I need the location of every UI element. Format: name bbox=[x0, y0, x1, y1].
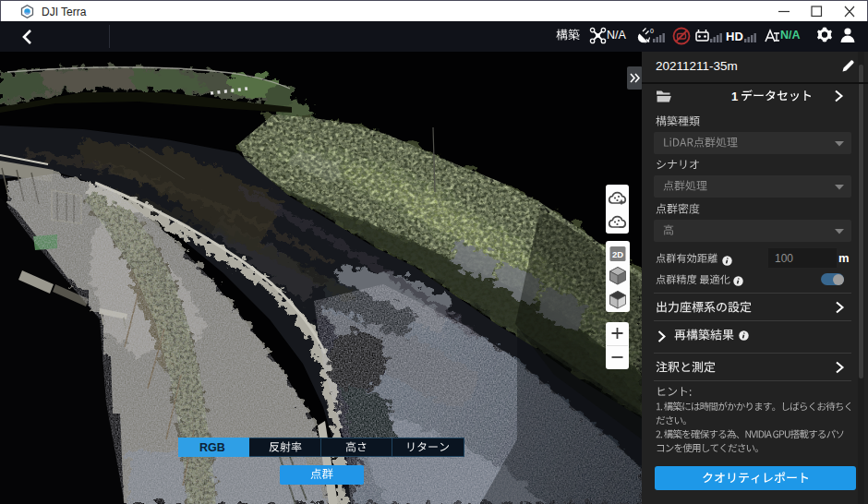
svg-text:HD: HD bbox=[726, 30, 743, 43]
svg-text:2D: 2D bbox=[612, 249, 623, 259]
svg-text:0: 0 bbox=[650, 28, 654, 34]
